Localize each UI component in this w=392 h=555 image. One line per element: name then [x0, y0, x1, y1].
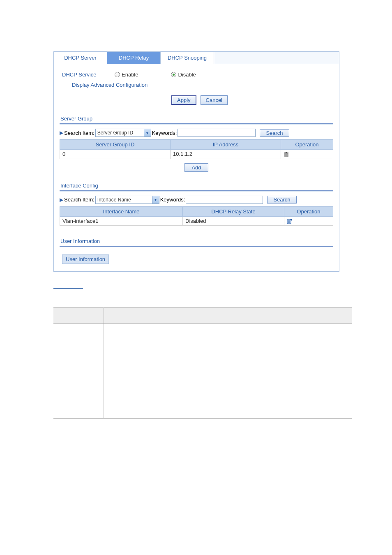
svg-rect-5 — [286, 152, 287, 153]
sg-row-id: 0 — [60, 150, 171, 159]
sg-row-ip: 10.1.1.2 — [171, 150, 281, 159]
user-information-rule — [60, 246, 333, 247]
sg-keywords-input[interactable] — [178, 129, 256, 137]
radio-enable-circle — [115, 72, 120, 77]
dhcp-service-label: DHCP Service — [62, 72, 113, 78]
ic-col-name[interactable]: Interface Name — [60, 206, 183, 216]
ic-keywords-label: Keywords: — [160, 197, 185, 203]
tab-bar: DHCP Server DHCP Relay DHCP Snooping — [54, 51, 339, 64]
server-group-rule — [60, 123, 333, 125]
sg-search-item-label: Search Item: — [64, 130, 95, 136]
trash-icon[interactable] — [284, 152, 289, 157]
add-button[interactable]: Add — [184, 163, 208, 172]
sg-keywords-label: Keywords: — [152, 130, 177, 136]
svg-rect-4 — [284, 153, 288, 153]
radio-disable[interactable]: Disable — [171, 72, 196, 78]
ic-search-item-label: Search Item: — [64, 197, 95, 203]
ic-search-item-value: Interface Name — [97, 197, 131, 203]
server-group-title: Server Group — [60, 114, 333, 123]
cancel-button[interactable]: Cancel — [201, 95, 228, 105]
tab-dhcp-relay[interactable]: DHCP Relay — [107, 51, 161, 64]
server-group-search-row: ▶ Search Item: Server Group ID ▾ Keyword… — [60, 129, 333, 137]
ic-keywords-input[interactable] — [186, 196, 263, 204]
chevron-down-icon: ▾ — [152, 196, 159, 204]
tab-bar-rest — [214, 51, 339, 64]
ic-row-state: Disabled — [183, 216, 284, 226]
gen-col-1 — [53, 308, 104, 324]
arrow-right-icon: ▶ — [60, 197, 63, 203]
sg-search-item-value: Server Group ID — [97, 130, 133, 136]
sg-col-op[interactable]: Operation — [281, 140, 333, 150]
interface-config-title: Interface Config — [60, 181, 333, 190]
radio-enable[interactable]: Enable — [115, 72, 138, 78]
ic-search-button[interactable]: Search — [267, 196, 296, 204]
generic-table — [53, 308, 352, 419]
apply-cancel-row: Apply Cancel — [60, 95, 333, 114]
tab-dhcp-server[interactable]: DHCP Server — [54, 51, 107, 64]
interface-config-search-row: ▶ Search Item: Interface Name ▾ Keywords… — [60, 196, 333, 204]
ic-col-op[interactable]: Operation — [284, 206, 333, 216]
table-row: 0 10.1.1.2 — [60, 150, 333, 159]
table-row: Vlan-interface1 Disabled — [60, 216, 333, 226]
ic-row-name: Vlan-interface1 — [60, 216, 183, 226]
table-row — [53, 339, 352, 419]
display-advanced-config-link[interactable]: Display Advanced Configuration — [60, 82, 333, 88]
dhcp-relay-panel: DHCP Server DHCP Relay DHCP Snooping DHC… — [53, 51, 339, 272]
sg-col-ip[interactable]: IP Address — [171, 140, 281, 150]
arrow-right-icon: ▶ — [60, 130, 63, 136]
server-group-table: Server Group ID IP Address Operation 0 1… — [60, 139, 333, 159]
gen-col-2 — [104, 308, 352, 324]
table-row — [53, 324, 352, 339]
user-information-button[interactable]: User Information — [62, 254, 109, 264]
sg-col-id[interactable]: Server Group ID — [60, 140, 171, 150]
radio-disable-circle — [171, 72, 176, 77]
interface-config-table: Interface Name DHCP Relay State Operatio… — [60, 206, 333, 226]
edit-icon[interactable] — [287, 218, 293, 224]
apply-button[interactable]: Apply — [171, 95, 196, 105]
user-information-title: User Information — [60, 236, 333, 246]
dhcp-service-row: DHCP Service Enable Disable — [60, 68, 333, 79]
sg-search-button[interactable]: Search — [260, 129, 289, 137]
interface-config-rule — [60, 190, 333, 192]
sg-search-item-select[interactable]: Server Group ID ▾ — [95, 129, 151, 137]
ic-col-state[interactable]: DHCP Relay State — [183, 206, 284, 216]
radio-enable-label: Enable — [122, 72, 138, 78]
radio-disable-label: Disable — [178, 72, 196, 78]
link-underline[interactable] — [53, 288, 83, 289]
tab-dhcp-snooping[interactable]: DHCP Snooping — [161, 51, 214, 64]
ic-search-item-select[interactable]: Interface Name ▾ — [95, 196, 159, 204]
chevron-down-icon: ▾ — [144, 129, 151, 136]
